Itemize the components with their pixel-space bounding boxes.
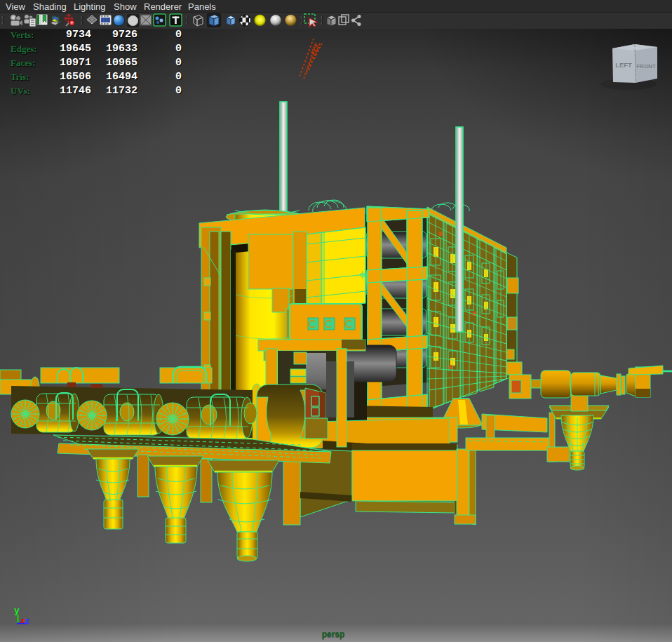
svg-text:z: z xyxy=(25,616,30,627)
svg-text:y: y xyxy=(14,606,20,616)
svg-text:LEFT: LEFT xyxy=(615,61,632,69)
svg-text:FRONT: FRONT xyxy=(636,63,656,69)
